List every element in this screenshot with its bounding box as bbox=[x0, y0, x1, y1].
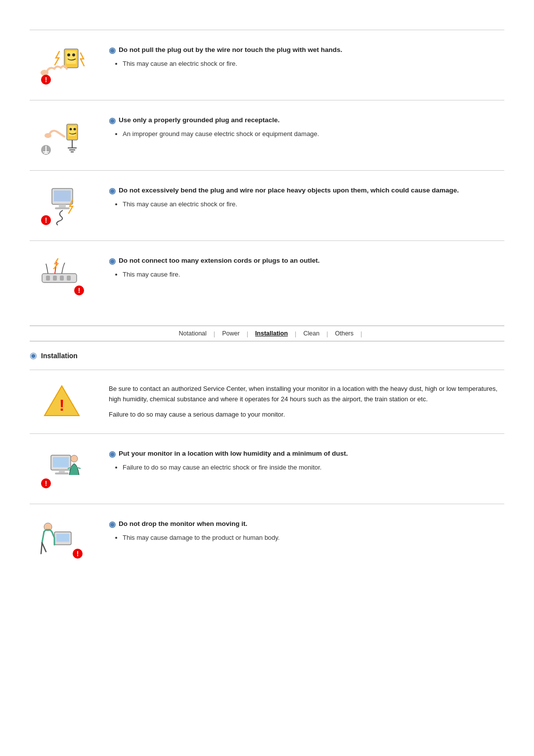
illustration-shock-hands bbox=[30, 44, 94, 86]
item-content-nodrop: ◉ Do not drop the monitor when moving it… bbox=[109, 518, 504, 543]
safety-item-grounded: ◉ Use only a properly grounded plug and … bbox=[30, 100, 504, 170]
item-content-extension: ◉ Do not connect too many extension cord… bbox=[109, 255, 504, 280]
bullet-icon-1: ◉ bbox=[109, 46, 116, 55]
tab-installation[interactable]: Installation bbox=[248, 329, 295, 338]
installation-item-humidity: ◉ Put your monitor in a location with lo… bbox=[30, 433, 504, 504]
heading-circle-icon: ◉ bbox=[30, 350, 37, 361]
bullet-item: This may cause an electric shock or fire… bbox=[123, 60, 504, 67]
bullet-icon-3: ◉ bbox=[109, 186, 116, 195]
item-title-extension: ◉ Do not connect too many extension cord… bbox=[109, 257, 504, 266]
bullet-item: This may cause an electric shock or fire… bbox=[123, 200, 504, 208]
installation-section: ◉ Installation Be sure to contact an aut… bbox=[30, 350, 504, 574]
item-body-pull-plug: This may cause an electric shock or fire… bbox=[109, 60, 504, 67]
tab-power[interactable]: Power bbox=[215, 329, 246, 338]
illustration-carrying bbox=[30, 518, 94, 560]
item-title-bend: ◉ Do not excessively bend the plug and w… bbox=[109, 187, 504, 195]
illustration-warning-triangle bbox=[30, 382, 94, 422]
installation-heading: ◉ Installation bbox=[30, 350, 504, 361]
item-title-pull-plug: ◉ Do not pull the plug out by the wire n… bbox=[109, 46, 504, 55]
warning-sub-text: Failure to do so may cause a serious dam… bbox=[109, 410, 504, 420]
safety-item-extension: ◉ Do not connect too many extension cord… bbox=[30, 240, 504, 311]
item-content-humidity: ◉ Put your monitor in a location with lo… bbox=[109, 448, 504, 473]
item-title-nodrop: ◉ Do not drop the monitor when moving it… bbox=[109, 520, 504, 529]
safety-items-list: ◉ Do not pull the plug out by the wire n… bbox=[30, 30, 504, 311]
item-body-extension: This may cause fire. bbox=[109, 271, 504, 278]
installation-heading-text: Installation bbox=[41, 352, 78, 360]
item-title-grounded: ◉ Use only a properly grounded plug and … bbox=[109, 116, 504, 125]
illustration-monitor-check bbox=[30, 448, 94, 490]
item-title-humidity: ◉ Put your monitor in a location with lo… bbox=[109, 450, 504, 459]
item-body-nodrop: This may cause damage to the product or … bbox=[109, 534, 504, 541]
nav-tabs: Notational | Power | Installation | Clea… bbox=[30, 326, 504, 341]
safety-item-bend: ◉ Do not excessively bend the plug and w… bbox=[30, 170, 504, 240]
bullet-item: This may cause damage to the product or … bbox=[123, 534, 504, 541]
item-body-bend: This may cause an electric shock or fire… bbox=[109, 200, 504, 208]
main-content: ◉ Do not pull the plug out by the wire n… bbox=[30, 30, 504, 574]
item-content-bend: ◉ Do not excessively bend the plug and w… bbox=[109, 185, 504, 210]
item-content-pull-plug: ◉ Do not pull the plug out by the wire n… bbox=[109, 44, 504, 69]
bullet-icon-6: ◉ bbox=[109, 520, 116, 529]
tab-sep-5: | bbox=[360, 330, 362, 337]
bullet-item: This may cause fire. bbox=[123, 271, 504, 278]
tab-clean[interactable]: Clean bbox=[296, 329, 326, 338]
bullet-icon-2: ◉ bbox=[109, 116, 116, 125]
item-body-grounded: An improper ground may cause electric sh… bbox=[109, 130, 504, 138]
bullet-icon-4: ◉ bbox=[109, 256, 116, 266]
tab-notational[interactable]: Notational bbox=[172, 329, 214, 338]
safety-item-pull-plug: ◉ Do not pull the plug out by the wire n… bbox=[30, 30, 504, 100]
installation-warning-block: Be sure to contact an authorized Service… bbox=[30, 370, 504, 433]
illustration-grounded bbox=[30, 114, 94, 156]
bullet-item: Failure to do so may cause an electric s… bbox=[123, 464, 504, 471]
warning-text: Be sure to contact an authorized Service… bbox=[109, 384, 504, 405]
bullet-item: An improper ground may cause electric sh… bbox=[123, 130, 504, 138]
item-body-humidity: Failure to do so may cause an electric s… bbox=[109, 464, 504, 471]
bullet-icon-5: ◉ bbox=[109, 449, 116, 459]
item-content-grounded: ◉ Use only a properly grounded plug and … bbox=[109, 114, 504, 140]
tab-others[interactable]: Others bbox=[328, 329, 361, 338]
installation-item-nodrop: ◉ Do not drop the monitor when moving it… bbox=[30, 504, 504, 574]
illustration-bent-wire bbox=[30, 185, 94, 227]
warning-content: Be sure to contact an authorized Service… bbox=[109, 382, 504, 420]
illustration-extension bbox=[30, 255, 94, 297]
